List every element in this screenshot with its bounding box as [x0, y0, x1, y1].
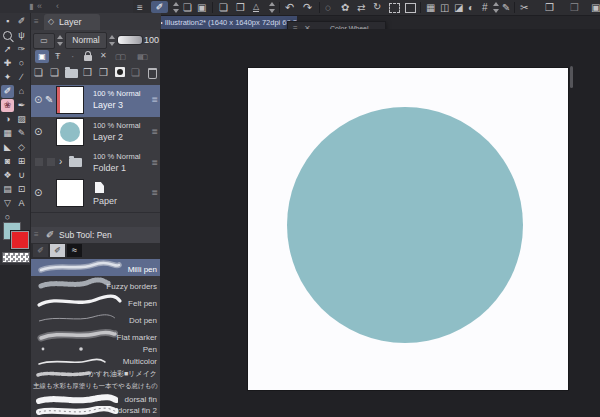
brush-tool-icon[interactable]: ✐ — [15, 15, 28, 28]
brush-row-dorsal-fin-2[interactable]: dorsal fin 2 — [31, 406, 161, 417]
panel-menu-icon[interactable]: ≡ — [34, 231, 39, 239]
ellipse-select-tool-icon[interactable]: ○ — [15, 57, 28, 70]
visibility-eye-icon[interactable]: ⊙ — [34, 187, 42, 198]
paste-icon[interactable]: ❒ — [570, 3, 579, 13]
redo-icon[interactable]: ↷ — [303, 2, 312, 13]
brush-row-kasure[interactable]: かすれ油彩■リメイク — [31, 368, 161, 382]
export-icon[interactable]: △ — [253, 3, 259, 12]
file-spinner[interactable] — [268, 2, 276, 13]
pen-brush-tool-icon[interactable]: ✑ — [15, 43, 28, 56]
transparent-color-swatch[interactable] — [2, 252, 30, 263]
clip-below-icon[interactable]: Ŧ — [55, 52, 61, 61]
undo-icon[interactable]: ↶ — [285, 2, 294, 13]
pencil-tool-icon[interactable]: ✎ — [15, 127, 28, 140]
canvas[interactable] — [248, 68, 568, 390]
visibility-eye-icon[interactable]: ⊙ — [34, 94, 42, 105]
gradient-tool-icon[interactable]: ▤ — [1, 183, 14, 196]
correct-tool-icon[interactable]: ◣ — [1, 141, 14, 154]
register-material-icon[interactable]: ▣ — [591, 3, 600, 13]
operation-tool-button[interactable]: ✐ — [151, 1, 168, 13]
page-icon[interactable]: ❏ — [183, 3, 192, 13]
contrast-icon[interactable]: ◪ — [454, 3, 463, 13]
sphere-icon[interactable]: ◐ — [468, 3, 474, 13]
eraser-tool-icon[interactable]: ◇ — [15, 141, 28, 154]
select-area-icon[interactable] — [389, 3, 400, 13]
new-layer-settings-icon[interactable]: ❏ — [50, 68, 59, 78]
grid-tool-icon[interactable]: ⊞ — [15, 155, 28, 168]
brush-row-fuzzy-borders[interactable]: Fuzzy borders — [31, 276, 161, 294]
collapse-icon[interactable]: ‹ — [56, 2, 59, 11]
tab-layer[interactable]: ◇ Layer — [44, 14, 100, 30]
palette-color-icon[interactable]: ▣ — [35, 50, 49, 63]
sub-color-swatch[interactable] — [11, 231, 29, 249]
eyedropper-tool-icon[interactable]: ∕ — [15, 71, 28, 84]
lock-layer-icon[interactable] — [84, 55, 92, 61]
brush-row-milli-pen[interactable]: Milli pen — [31, 259, 161, 277]
view-spinner[interactable] — [492, 2, 500, 13]
flip-canvas-icon[interactable]: ⇄ — [357, 3, 365, 13]
text-tool-icon[interactable]: A — [15, 197, 28, 210]
bucket-tool-icon[interactable]: ◙ — [1, 155, 14, 168]
open-file-icon[interactable]: ❒ — [236, 3, 245, 13]
combine-mode-button[interactable]: ▭ — [33, 33, 55, 49]
object-tool-icon[interactable]: ➚ — [1, 43, 14, 56]
reference-layer-icon[interactable]: · — [71, 52, 74, 62]
move-tool-icon[interactable]: ✚ — [1, 57, 14, 70]
blur-tool-icon[interactable]: ❖ — [1, 169, 14, 182]
new-folder-icon[interactable] — [65, 69, 78, 78]
material-panel-icon[interactable]: ▣ — [197, 3, 206, 13]
crop-icon[interactable] — [405, 3, 416, 13]
pen-group-tab[interactable]: ✐ — [33, 244, 48, 257]
layer-row-layer2[interactable]: ⊙ 100 % Normal Layer 2 ≣ — [31, 117, 161, 149]
frame-border-tool-icon[interactable]: ⊡ — [15, 183, 28, 196]
decoration-tool-icon[interactable]: ❀ — [1, 99, 14, 112]
airbrush-tool-icon[interactable]: ✐ — [1, 85, 14, 98]
dot-tool-icon[interactable]: ▪ — [1, 15, 14, 28]
blend-mode-spinner[interactable] — [108, 35, 116, 46]
layer2-thumbnail[interactable] — [57, 119, 83, 145]
collapse-panels-icon[interactable]: « — [37, 2, 42, 11]
delete-layer-icon[interactable] — [148, 68, 157, 79]
panel-bar-icon[interactable]: ▮ — [29, 3, 33, 11]
transfer-down-icon[interactable]: ❐ — [83, 68, 92, 78]
brush-fan-icon[interactable]: ✿ — [341, 3, 349, 13]
rotate-canvas-icon[interactable]: ↻ — [373, 2, 381, 12]
combine-pair-icon[interactable]: ▢▢ — [115, 53, 124, 60]
zoom-tool-icon[interactable] — [1, 29, 14, 42]
blend-mode-select[interactable]: Normal — [65, 32, 107, 49]
brush-row-felt-pen[interactable]: Felt pen — [31, 293, 161, 311]
opacity-slider[interactable] — [118, 36, 142, 44]
cut-icon[interactable]: ✂ — [520, 3, 528, 13]
combine-mode-spinner[interactable] — [56, 35, 64, 46]
blend-tool-icon[interactable]: ◑ — [1, 113, 14, 126]
visibility-eye-icon[interactable]: ⊙ — [34, 126, 42, 137]
layer-row-paper[interactable]: ⊙ Paper ≣ — [31, 178, 161, 213]
grid-icon[interactable]: # — [482, 3, 488, 13]
line-tool-icon[interactable]: ∪ — [15, 169, 28, 182]
layer-row-layer3[interactable]: ⊙ ✎ 100 % Normal Layer 3 ≣ — [31, 85, 161, 118]
new-document-icon[interactable]: ❏ — [219, 3, 228, 13]
new-layer-icon[interactable]: ❏ — [34, 68, 43, 78]
pages-icon[interactable]: ◫ — [440, 3, 449, 13]
subtool-header[interactable]: ≡ ✐ Sub Tool: Pen — [31, 227, 161, 244]
tool-spinner[interactable] — [172, 2, 180, 13]
mask-dim-icon[interactable]: ❏ — [131, 68, 140, 78]
pen-tool-icon[interactable]: ✒ — [15, 99, 28, 112]
mesh-tool-icon[interactable]: ▦ — [1, 127, 14, 140]
layer3-thumbnail[interactable] — [57, 87, 83, 113]
deselect-icon[interactable]: ◌ — [325, 3, 331, 13]
wand-tool-icon[interactable]: ✦ — [1, 71, 14, 84]
main-menu-icon[interactable]: ≡ — [137, 3, 143, 13]
figure-tool-icon[interactable]: ▽ — [1, 197, 14, 210]
marker-group-tab[interactable]: ✐ — [50, 244, 65, 257]
tone-tool-icon[interactable]: ▨ — [15, 113, 28, 126]
slope-pen-icon[interactable]: ✎ — [502, 3, 510, 13]
brush-row-flat-marker[interactable]: Flat marker — [31, 327, 161, 345]
canvas-area[interactable] — [160, 29, 600, 417]
custom-group-tab[interactable]: ≈ — [67, 244, 82, 257]
expand-chevron-icon[interactable]: › — [59, 157, 62, 167]
combine-pair2-icon[interactable]: ▩▢ — [137, 53, 146, 60]
layer-row-folder1[interactable]: › 100 % Normal Folder 1 ≣ — [31, 148, 161, 179]
merge-down-icon[interactable]: ❐ — [99, 68, 108, 78]
document-tab[interactable]: • Illustration2* (1640 x 1640px 72dpi 68… — [157, 16, 297, 29]
